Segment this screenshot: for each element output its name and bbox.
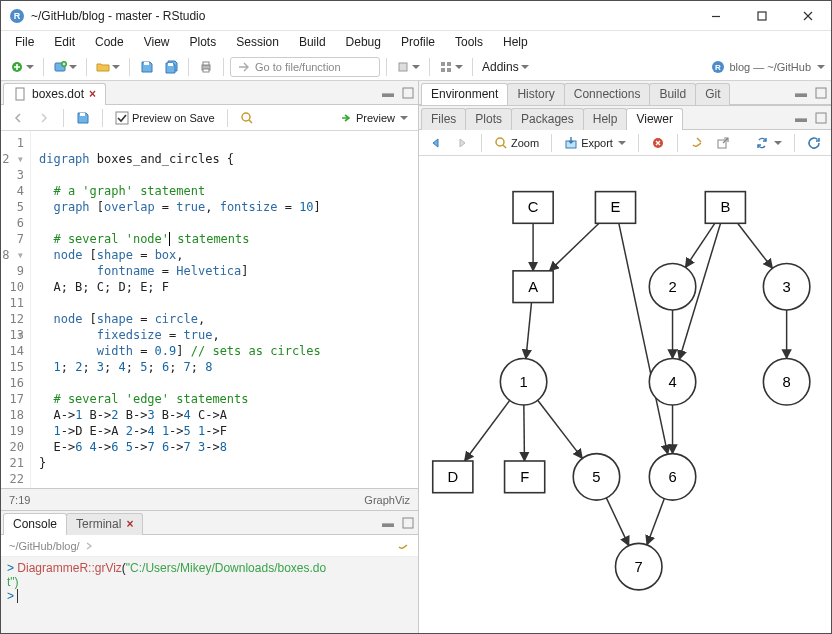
preview-on-save-checkbox[interactable]: Preview on Save [111,108,219,128]
menu-help[interactable]: Help [495,33,536,51]
open-file-button[interactable] [93,56,123,78]
menu-debug[interactable]: Debug [338,33,389,51]
print-button[interactable] [195,56,217,78]
menu-code[interactable]: Code [87,33,132,51]
collapse-env-button[interactable]: ▬ [791,86,811,100]
titlebar: R ~/GitHub/blog - master - RStudio [1,1,831,31]
tab-connections[interactable]: Connections [564,83,651,105]
find-button[interactable] [236,108,258,128]
new-project-button[interactable] [50,56,80,78]
maximize-console-button[interactable] [398,516,418,530]
tools-button[interactable] [393,56,423,78]
language-mode[interactable]: GraphViz [364,494,410,506]
graphviz-output: 12345678CEBADF [419,156,831,634]
svg-rect-12 [441,62,445,66]
svg-rect-14 [441,68,445,72]
menu-edit[interactable]: Edit [46,33,83,51]
zoom-button[interactable]: Zoom [490,133,543,153]
tab-console[interactable]: Console [3,513,67,535]
close-button[interactable] [785,1,831,31]
source-tab-boxes[interactable]: boxes.dot × [3,83,106,105]
svg-point-26 [496,138,504,146]
tab-terminal[interactable]: Terminal× [66,513,143,535]
popout-viewer-button[interactable] [712,133,734,153]
svg-text:3: 3 [783,279,791,295]
back-button[interactable] [7,108,29,128]
menu-plots[interactable]: Plots [182,33,225,51]
svg-text:1: 1 [519,374,527,390]
sync-viewer-button[interactable] [751,133,786,153]
tab-help[interactable]: Help [583,108,628,130]
svg-text:A: A [528,279,538,295]
menu-view[interactable]: View [136,33,178,51]
collapse-console-button[interactable]: ▬ [378,516,398,530]
cursor-position: 7:19 [9,494,30,506]
viewer-back-button[interactable] [425,133,447,153]
save-button[interactable] [136,56,158,78]
svg-rect-6 [144,62,149,65]
tab-files[interactable]: Files [421,108,466,130]
goto-file-function-input[interactable]: Go to file/function [230,57,380,77]
menu-profile[interactable]: Profile [393,33,443,51]
tab-git[interactable]: Git [695,83,730,105]
tab-plots[interactable]: Plots [465,108,512,130]
svg-text:R: R [14,11,21,21]
maximize-viewer-button[interactable] [811,111,831,125]
svg-rect-13 [447,62,451,66]
viewer-forward-button[interactable] [451,133,473,153]
svg-rect-20 [80,113,85,116]
menubar: File Edit Code View Plots Session Build … [1,31,831,53]
preview-button[interactable]: Preview [335,108,412,128]
close-tab-icon[interactable]: × [89,87,96,101]
maximize-env-button[interactable] [811,86,831,100]
viewer-canvas: 12345678CEBADF [419,156,831,634]
collapse-source-button[interactable]: ▬ [378,86,398,100]
console-tabs: Console Terminal× ▬ [1,511,418,535]
console[interactable]: > DiagrammeR::grViz("C:/Users/Mikey/Down… [1,557,418,634]
menu-tools[interactable]: Tools [447,33,491,51]
clear-viewer-button[interactable] [686,133,708,153]
source-toolbar: Preview on Save Preview [1,105,418,131]
svg-text:6: 6 [668,469,676,485]
menu-session[interactable]: Session [228,33,287,51]
maximize-button[interactable] [739,1,785,31]
rstudio-icon: R [9,8,25,24]
remove-viewer-button[interactable] [647,133,669,153]
svg-rect-24 [816,88,826,98]
svg-rect-25 [816,113,826,123]
collapse-viewer-button[interactable]: ▬ [791,111,811,125]
file-icon [13,87,27,101]
new-file-button[interactable] [7,56,37,78]
menu-build[interactable]: Build [291,33,334,51]
svg-rect-21 [116,112,128,124]
svg-text:F: F [520,469,529,485]
export-button[interactable]: Export [560,133,630,153]
project-menu[interactable]: R blog — ~/GitHub [711,60,825,74]
addins-button[interactable]: Addins [479,56,532,78]
tab-viewer[interactable]: Viewer [626,108,682,130]
code-editor[interactable]: 12 ▾345678 ▾9101112 ▾1314151617181920212… [1,131,418,488]
svg-rect-11 [399,63,407,71]
forward-button[interactable] [33,108,55,128]
tab-build[interactable]: Build [649,83,696,105]
clear-console-icon[interactable] [396,539,410,553]
minimize-button[interactable] [693,1,739,31]
svg-rect-7 [168,63,173,66]
tab-history[interactable]: History [507,83,564,105]
menu-file[interactable]: File [7,33,42,51]
svg-text:D: D [447,469,458,485]
svg-rect-23 [403,518,413,528]
source-save-button[interactable] [72,108,94,128]
terminal-close-icon[interactable]: × [126,517,133,531]
tab-packages[interactable]: Packages [511,108,584,130]
window-title: ~/GitHub/blog - master - RStudio [31,9,205,23]
save-all-button[interactable] [160,56,182,78]
grid-button[interactable] [436,56,466,78]
line-gutter: 12 ▾345678 ▾9101112 ▾1314151617181920212… [1,131,31,488]
svg-text:7: 7 [635,559,643,575]
maximize-source-button[interactable] [398,86,418,100]
refresh-viewer-button[interactable] [803,133,825,153]
svg-rect-9 [203,62,209,65]
tab-environment[interactable]: Environment [421,83,508,105]
console-path: ~/GitHub/blog/ [1,535,418,557]
